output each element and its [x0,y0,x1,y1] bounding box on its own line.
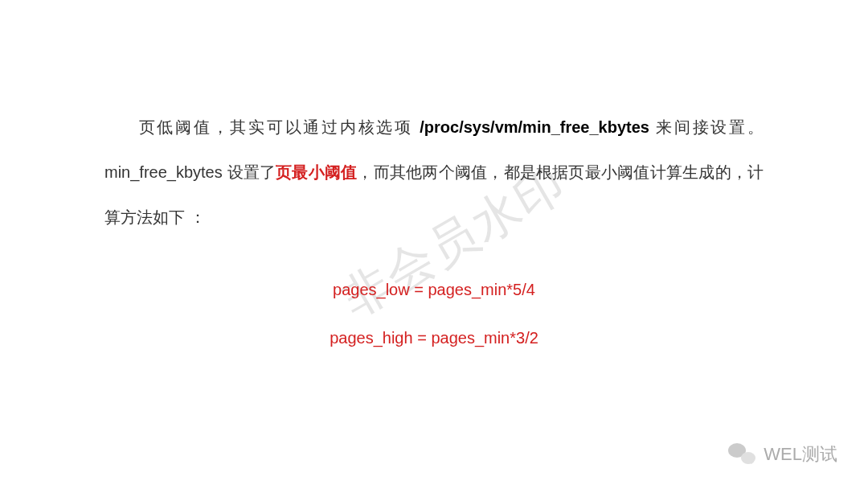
footer-brand: WEL测试 [728,442,837,466]
kernel-path-text: /proc/sys/vm/min_free_kbytes [420,118,649,136]
formula-line-2: pages_high = pages_min*3/2 [104,314,764,362]
document-content: 页低阈值，其实可以通过内核选项 /proc/sys/vm/min_free_kb… [0,0,868,362]
wechat-icon [728,443,755,466]
footer-brand-text: WEL测试 [764,442,837,466]
red-keyword-text: 页最小阈值 [276,163,357,181]
text-part-a: 页低阈值，其实可以通过内核选项 [137,118,420,136]
formula-line-1: pages_low = pages_min*5/4 [104,265,764,314]
formula-block: pages_low = pages_min*5/4 pages_high = p… [104,265,764,362]
main-paragraph: 页低阈值，其实可以通过内核选项 /proc/sys/vm/min_free_kb… [104,105,764,240]
